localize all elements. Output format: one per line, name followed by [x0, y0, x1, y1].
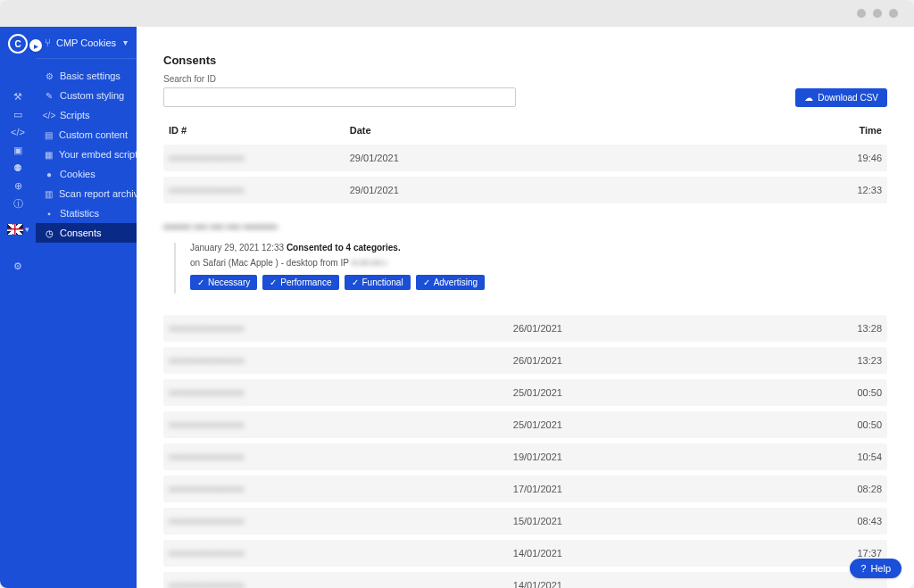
- sidebar: ⑂ CMP Cookies ▾ ⚙Basic settings✎Custom s…: [36, 27, 137, 588]
- sidebar-menu: ⚙Basic settings✎Custom styling</>Scripts…: [36, 59, 137, 243]
- download-csv-button[interactable]: ☁ Download CSV: [795, 88, 887, 107]
- detail-summary-bold: Consented to 4 categories.: [287, 243, 401, 253]
- sidebar-brand[interactable]: ⑂ CMP Cookies ▾: [36, 27, 137, 59]
- download-csv-label: Download CSV: [818, 93, 878, 103]
- language-selector[interactable]: ▾: [5, 221, 30, 237]
- table-row[interactable]: ••••••••••••••••••••••14/01/202117:37: [163, 540, 887, 567]
- main-content: Consents Search for ID ☁ Download CSV ID…: [137, 27, 914, 588]
- table-row[interactable]: ••••••••••••••••••••••17/01/202108:28: [163, 476, 887, 502]
- rail-briefcase-icon[interactable]: ▭: [0, 105, 36, 123]
- row-date: 19/01/2021: [508, 443, 746, 470]
- search-input[interactable]: [163, 87, 516, 107]
- detail-timestamp: January 29, 2021 12:33: [190, 243, 287, 253]
- row-id: ••••••••••••••••••••••: [169, 323, 245, 334]
- help-label: Help: [870, 563, 891, 574]
- gear-icon: ⚙: [45, 71, 54, 81]
- sidebar-item-basic-settings[interactable]: ⚙Basic settings: [36, 66, 137, 86]
- sidebar-item-cookies[interactable]: ●Cookies: [36, 164, 137, 184]
- sidebar-item-statistics[interactable]: ▪Statistics: [36, 203, 137, 223]
- sidebar-item-label: Consents: [60, 228, 101, 238]
- table-row[interactable]: ••••••••••••••••••••••25/01/202100:50: [163, 411, 887, 438]
- chip-functional: ✓Functional: [345, 275, 411, 290]
- row-id: ••••••••••••••••••••••: [169, 451, 245, 462]
- sidebar-item-label: Basic settings: [60, 70, 120, 81]
- flag-uk-icon: [7, 224, 23, 235]
- table-row[interactable]: ••••••••••••••••••••••25/01/202100:50: [163, 379, 887, 406]
- page-title: Consents: [163, 54, 887, 67]
- col-time: Time: [778, 121, 887, 139]
- chip-performance: ✓Performance: [262, 275, 338, 290]
- table-row[interactable]: ••••••••••••••••••••••19/01/202110:54: [163, 443, 887, 470]
- help-button[interactable]: ? Help: [850, 559, 902, 578]
- sidebar-item-custom-styling[interactable]: ✎Custom styling: [36, 86, 137, 105]
- sidebar-item-label: Scripts: [60, 110, 90, 120]
- chevron-down-icon: ▾: [123, 37, 128, 47]
- sidebar-item-scan-report-archive[interactable]: ▥Scan report archive: [36, 184, 137, 203]
- rail-toolbox-icon[interactable]: ▣: [0, 141, 36, 159]
- window-dot: [889, 9, 898, 18]
- consents-table: ID # Date Time ••••••••••••••••••••••29/…: [163, 116, 887, 209]
- sidebar-item-label: Custom content: [59, 129, 128, 140]
- sidebar-brand-title: CMP Cookies: [56, 37, 118, 48]
- row-time: 00:50: [746, 379, 887, 406]
- table-row[interactable]: ••••••••••••••••••••••26/01/202113:23: [163, 347, 887, 374]
- row-id: ••••••••••••••••••••••: [169, 185, 245, 195]
- sidebar-item-consents[interactable]: ◷Consents: [36, 223, 137, 243]
- detail-id: •••••••• •••• •••• •••• ••••••••••: [163, 221, 278, 232]
- row-date: 25/01/2021: [508, 379, 746, 406]
- detail-env-prefix: on Safari (Mac Apple ) - desktop from IP: [190, 258, 351, 268]
- table-row[interactable]: ••••••••••••••••••••••29/01/202112:33: [163, 177, 887, 203]
- clock-icon: ◷: [45, 228, 54, 238]
- row-date: 14/01/2021: [508, 540, 746, 567]
- row-date: 29/01/2021: [345, 145, 779, 171]
- archive-icon: ▥: [45, 189, 53, 199]
- row-id: ••••••••••••••••••••••: [169, 355, 245, 366]
- col-id: ID #: [163, 121, 345, 139]
- rail-globe-icon[interactable]: ⊕: [0, 177, 36, 195]
- sidebar-item-custom-content[interactable]: ▤Custom content: [36, 125, 137, 145]
- embed-icon: ▦: [45, 150, 53, 160]
- consent-chips: ✓Necessary✓Performance✓Functional✓Advert…: [190, 275, 887, 290]
- cloud-icon: ☁: [804, 93, 813, 103]
- row-id: ••••••••••••••••••••••: [169, 580, 245, 588]
- rail-sitemap-icon[interactable]: ⚒: [0, 87, 36, 105]
- row-time: 19:46: [778, 145, 887, 171]
- sidebar-item-label: Custom styling: [60, 90, 124, 101]
- row-time: 13:28: [746, 315, 887, 342]
- row-id: ••••••••••••••••••••••: [169, 548, 245, 559]
- chevron-down-icon: ▾: [25, 225, 29, 234]
- table-row[interactable]: ••••••••••••••••••••••14/01/2021: [163, 572, 887, 588]
- settings-rail-icon[interactable]: ⚙: [0, 257, 36, 275]
- row-time: 00:50: [746, 411, 887, 438]
- chart-icon: ▪: [45, 209, 54, 219]
- chevron-right-icon: ▸: [34, 41, 38, 51]
- row-time: 12:33: [778, 177, 887, 203]
- sidebar-item-your-embed-script[interactable]: ▦Your embed script: [36, 145, 137, 164]
- window-dot: [873, 9, 882, 18]
- sidebar-item-label: Cookies: [60, 169, 96, 179]
- table-row[interactable]: ••••••••••••••••••••••29/01/202119:46: [163, 145, 887, 171]
- search-label: Search for ID: [163, 74, 516, 84]
- cookie-icon: ●: [45, 170, 54, 179]
- row-id: ••••••••••••••••••••••: [169, 153, 245, 163]
- app-logo-letter: C: [14, 39, 21, 49]
- app-logo[interactable]: C: [8, 34, 28, 54]
- chip-advertising: ✓Advertising: [416, 275, 485, 290]
- sidebar-item-scripts[interactable]: </>Scripts: [36, 105, 137, 125]
- check-icon: ✓: [352, 277, 359, 287]
- row-date: 14/01/2021: [508, 572, 746, 588]
- sidebar-item-label: Your embed script: [59, 149, 137, 160]
- titlebar: [0, 0, 914, 27]
- check-icon: ✓: [270, 277, 277, 287]
- rail-code-icon[interactable]: </>: [0, 123, 36, 141]
- chip-label: Functional: [362, 277, 403, 287]
- chip-label: Performance: [280, 277, 331, 287]
- table-row[interactable]: ••••••••••••••••••••••26/01/202113:28: [163, 315, 887, 342]
- help-icon: ?: [860, 563, 866, 574]
- collapse-sidebar-button[interactable]: ▸: [29, 39, 42, 52]
- row-time: 08:28: [746, 476, 887, 502]
- rail-users-icon[interactable]: ⚉: [0, 159, 36, 177]
- sidebar-item-label: Scan report archive: [59, 188, 144, 199]
- rail-info-icon[interactable]: ⓘ: [0, 195, 36, 212]
- table-row[interactable]: ••••••••••••••••••••••15/01/202108:43: [163, 508, 887, 534]
